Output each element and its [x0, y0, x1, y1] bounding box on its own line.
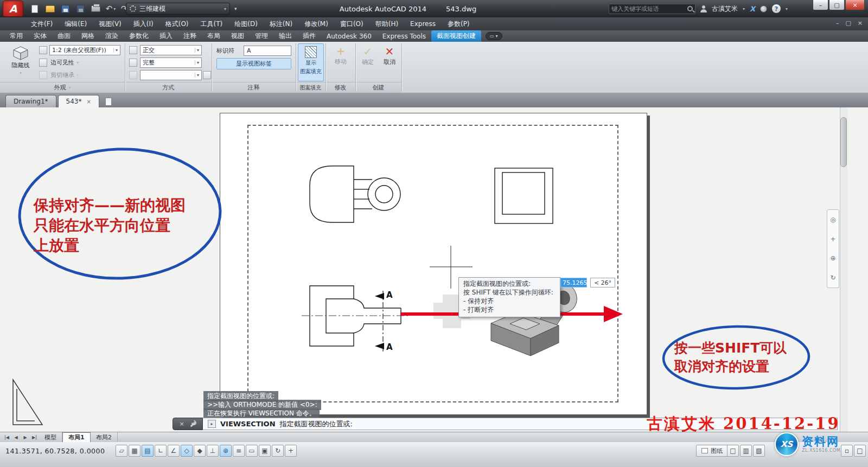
dynamic-input-distance[interactable]: 75.1265	[560, 278, 587, 287]
tab-express-tools[interactable]: Express Tools	[377, 30, 431, 42]
next-layout-button[interactable]: ▶	[21, 435, 30, 440]
new-drawing-tab-button[interactable]	[105, 98, 112, 106]
tab-parametric[interactable]: 参数化	[124, 30, 154, 42]
lineweight-toggle[interactable]: ≡	[233, 445, 245, 457]
tab-annotate[interactable]: 注释	[178, 30, 202, 42]
search-icon[interactable]	[687, 6, 693, 11]
signed-in-user[interactable]: 古滇艾米	[712, 4, 738, 14]
save-as-button[interactable]	[74, 3, 87, 15]
close-command-icon[interactable]: ×	[179, 420, 184, 427]
annotation-scale-button[interactable]: ▧	[753, 445, 765, 457]
help-search-input[interactable]: 键入关键字或短语	[609, 4, 695, 14]
infer-constraints-toggle[interactable]: ▱	[116, 445, 127, 457]
file-tab-543[interactable]: 543* ×	[58, 95, 99, 107]
snap-toggle[interactable]: ▦	[129, 445, 141, 457]
caret-down-icon[interactable]: ▾	[195, 73, 199, 78]
tab-manage[interactable]: 管理	[250, 30, 273, 42]
menu-express[interactable]: Express	[404, 17, 442, 30]
view-top-right[interactable]	[495, 168, 553, 223]
view-top-left[interactable]	[310, 166, 400, 222]
workspace-switcher[interactable]: 三维建模 ▾	[126, 3, 230, 15]
identifier-input[interactable]: A	[244, 46, 291, 56]
pan-icon[interactable]: +	[830, 235, 835, 243]
depth-value-input[interactable]: ▾	[140, 70, 202, 80]
clean-screen-button[interactable]: □	[854, 445, 866, 457]
caret-down-icon[interactable]: ▾	[113, 7, 116, 11]
cancel-button[interactable]: ✕ 取消	[379, 43, 400, 81]
plot-button[interactable]	[89, 3, 102, 15]
caret-down-icon[interactable]: ▾	[195, 60, 199, 65]
save-button[interactable]	[59, 3, 72, 15]
restore-button[interactable]: ▢	[829, 0, 845, 10]
menu-edit[interactable]: 编辑(E)	[59, 17, 93, 30]
menu-dimension[interactable]: 标注(N)	[264, 17, 298, 30]
tab-surface[interactable]: 曲面	[52, 30, 76, 42]
close-button[interactable]: ×	[845, 0, 865, 10]
tab-insert[interactable]: 插入	[154, 30, 178, 42]
customize-wrench-icon[interactable]	[189, 420, 196, 427]
open-file-button[interactable]	[43, 3, 56, 15]
transparency-toggle[interactable]: ▭	[246, 445, 258, 457]
menu-format[interactable]: 格式(O)	[159, 17, 195, 30]
menu-file[interactable]: 文件(F)	[25, 17, 59, 30]
tab-section-view-creation[interactable]: 截面视图创建	[431, 30, 481, 42]
tab-model[interactable]: 模型	[39, 432, 62, 442]
dynamic-input-toggle[interactable]: ⊕	[220, 445, 232, 457]
last-layout-button[interactable]: ▶|	[30, 435, 39, 440]
menu-window[interactable]: 窗口(O)	[334, 17, 369, 30]
command-line-grip[interactable]: ×	[173, 418, 203, 430]
paper-model-toggle[interactable]: 图纸	[696, 445, 728, 457]
menu-insert[interactable]: 插入(I)	[127, 17, 159, 30]
show-hatch-toggle[interactable]: 显示 图案填充	[298, 43, 324, 81]
tab-autodesk-360[interactable]: Autodesk 360	[321, 30, 377, 42]
workspace-lock-button[interactable]: ▫	[841, 445, 853, 457]
doc-close-button[interactable]: ×	[858, 20, 863, 27]
annotation-monitor-toggle[interactable]: +	[285, 445, 297, 457]
menu-draw[interactable]: 绘图(D)	[228, 17, 264, 30]
menu-parametric[interactable]: 参数(P)	[442, 17, 476, 30]
tab-layout2[interactable]: 布局2	[91, 432, 118, 442]
selection-cycling-toggle[interactable]: ↻	[272, 445, 284, 457]
tab-output[interactable]: 输出	[273, 30, 297, 42]
caret-down-icon[interactable]: ▾	[743, 7, 745, 11]
view-bottom-left[interactable]	[302, 286, 409, 346]
qat-customize-button[interactable]: ▾	[234, 6, 237, 11]
new-file-button[interactable]	[28, 3, 41, 15]
section-line-a-a[interactable]: A A	[375, 290, 393, 352]
help-button[interactable]: ?	[772, 4, 781, 13]
dynamic-ucs-toggle[interactable]: ⊥	[207, 445, 219, 457]
scrollbar-thumb[interactable]	[840, 117, 847, 167]
osnap-3d-toggle[interactable]: ◆	[194, 445, 206, 457]
prev-layout-button[interactable]: ◀	[11, 435, 21, 440]
edge-visibility-button[interactable]: 边可见性 ▾	[50, 59, 79, 67]
view-scale-select[interactable]: 1:2 (来自父视图(F)) ▾	[49, 45, 120, 55]
tab-mesh[interactable]: 网格	[76, 30, 100, 42]
tab-view[interactable]: 视图	[226, 30, 250, 42]
tab-solid[interactable]: 实体	[28, 30, 52, 42]
tab-render[interactable]: 渲染	[100, 30, 124, 42]
menu-help[interactable]: 帮助(H)	[369, 17, 404, 30]
tab-home[interactable]: 常用	[4, 30, 28, 42]
tab-plugins[interactable]: 插件	[297, 30, 321, 42]
depth-slider-icon[interactable]	[203, 71, 211, 79]
minimize-button[interactable]: –	[813, 0, 828, 10]
application-menu-button[interactable]: A	[3, 1, 23, 17]
grid-toggle[interactable]: ▤	[142, 445, 154, 457]
menu-tools[interactable]: 工具(T)	[195, 17, 229, 30]
exchange-apps-icon[interactable]: X	[750, 5, 755, 13]
tab-layout[interactable]: 布局	[202, 30, 226, 42]
doc-restore-button[interactable]: ▢	[845, 20, 851, 27]
ortho-toggle[interactable]: ∟	[155, 445, 167, 457]
file-tab-drawing1[interactable]: Drawing1*	[5, 95, 56, 107]
caret-down-icon[interactable]: ▾	[786, 7, 788, 11]
close-tab-icon[interactable]: ×	[86, 99, 91, 105]
dynamic-input-angle[interactable]: < 26°	[590, 278, 615, 287]
menu-view[interactable]: 视图(V)	[93, 17, 127, 30]
caret-down-icon[interactable]: ▾	[195, 48, 199, 53]
osnap-toggle[interactable]: ◇	[181, 445, 193, 457]
polar-tracking-toggle[interactable]: ∠	[168, 445, 180, 457]
steering-wheel-icon[interactable]: ◎	[830, 216, 835, 223]
quick-view-drawings-button[interactable]: ▥	[740, 445, 752, 457]
zoom-icon[interactable]: ⊕	[830, 254, 835, 262]
hidden-lines-button[interactable]: 隐藏线 ▾	[4, 43, 37, 81]
